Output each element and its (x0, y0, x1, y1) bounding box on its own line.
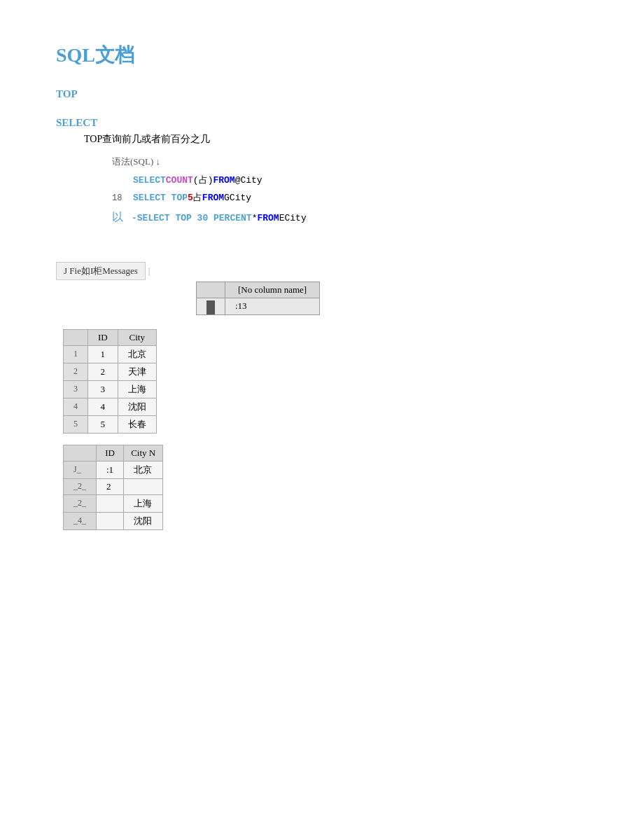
partial-rownum-2: _2_ (64, 478, 97, 494)
select-heading: SELECT (56, 117, 588, 129)
partial-id-4 (97, 512, 124, 529)
partial-id-2: 2 (97, 478, 124, 494)
kw-select-3: -SELECT TOP 30 PERCENT (132, 210, 252, 226)
kw-from-2: FROM (202, 190, 224, 206)
kw-select-1: SELECT (133, 172, 166, 188)
city-rownum-2: 2 (64, 363, 88, 380)
result-table: [No column name] :13 (196, 282, 320, 315)
line-num-2: 18 (112, 191, 129, 207)
partial-city-2 (124, 478, 163, 494)
kw-star: * (252, 210, 258, 226)
city-row-2: 2 2 天津 (64, 363, 157, 380)
partial-rownum-1: J_ (64, 461, 97, 478)
city-th-empty (64, 329, 88, 345)
city-rownum-5: 5 (64, 415, 88, 433)
kw-from-3: FROM (257, 210, 279, 226)
city-row-3: 3 3 上海 (64, 380, 157, 398)
partial-id-1: :1 (97, 461, 124, 478)
code-line-1: SELECT COUNT (占) FROM @City (112, 172, 588, 188)
city-name-4: 沈阳 (118, 398, 156, 415)
city-th-id: ID (88, 329, 118, 345)
partial-row-2: _2_ 2 (64, 478, 163, 494)
city-id-1: 1 (88, 345, 118, 363)
result-col-empty (197, 282, 225, 298)
code-line-3: 以 -SELECT TOP 30 PERCENT * FROM ECity (112, 208, 588, 228)
partial-city-3: 上海 (124, 494, 163, 512)
sub-description: 语法(SQL) ↓ (112, 155, 588, 168)
kw-table-1: @City (235, 172, 262, 188)
kw-table-3: ECity (279, 210, 307, 226)
kw-from-1: FROM (213, 172, 234, 188)
result-row-bar (197, 298, 225, 314)
partial-row-4: _4_ 沈阳 (64, 512, 163, 529)
tab-divider: | (148, 265, 150, 277)
city-name-1: 北京 (118, 345, 156, 363)
kw-text-2: 占 (193, 190, 202, 206)
city-row-1: 1 1 北京 (64, 345, 157, 363)
result-col-name: [No column name] (225, 282, 320, 298)
partial-th-city: City N (124, 445, 163, 461)
city-th-city: City (118, 329, 156, 345)
city-name-3: 上海 (118, 380, 156, 398)
city-name-2: 天津 (118, 363, 156, 380)
code-block: SELECT COUNT (占) FROM @City 18 SELECT TO… (112, 172, 588, 228)
partial-th-id: ID (97, 445, 124, 461)
tab-messages[interactable]: J Fie如I柜Messages (56, 262, 146, 280)
top-heading: TOP (56, 88, 588, 100)
description-line: TOP查询前几或者前百分之几 (84, 133, 588, 146)
result-row-1: :13 (197, 298, 320, 314)
city-table-wrapper: ID City 1 1 北京 2 2 天津 3 3 上海 4 4 (63, 329, 588, 434)
city-rownum-1: 1 (64, 345, 88, 363)
kw-count: COUNT (166, 172, 193, 188)
kw-table-2: GCity (224, 190, 251, 206)
city-id-3: 3 (88, 380, 118, 398)
result-table-wrapper: [No column name] :13 (196, 282, 588, 315)
partial-rownum-4: _4_ (64, 512, 97, 529)
line-num-3: 以 (112, 208, 129, 228)
partial-rownum-3: _2_ (64, 494, 97, 512)
kw-select-2: SELECT TOP (133, 190, 188, 206)
partial-table: ID City N J_ :1 北京 _2_ 2 _2_ 上海 _4_ (63, 445, 163, 530)
partial-id-3 (97, 494, 124, 512)
city-rownum-4: 4 (64, 398, 88, 415)
partial-city-4: 沈阳 (124, 512, 163, 529)
city-id-2: 2 (88, 363, 118, 380)
city-id-4: 4 (88, 398, 118, 415)
city-id-5: 5 (88, 415, 118, 433)
kw-text-1: (占) (193, 172, 214, 188)
city-name-5: 长春 (118, 415, 156, 433)
kw-num-5: 5 (188, 190, 193, 206)
city-row-5: 5 5 长春 (64, 415, 157, 433)
code-line-2: 18 SELECT TOP 5 占 FROM GCity (112, 190, 588, 207)
partial-row-3: _2_ 上海 (64, 494, 163, 512)
city-table: ID City 1 1 北京 2 2 天津 3 3 上海 4 4 (63, 329, 157, 434)
page-title: SQL文档 (56, 42, 588, 69)
city-rownum-3: 3 (64, 380, 88, 398)
partial-city-1: 北京 (124, 461, 163, 478)
partial-table-wrapper: ID City N J_ :1 北京 _2_ 2 _2_ 上海 _4_ (63, 445, 588, 530)
partial-th-empty (64, 445, 97, 461)
tabs-bar: J Fie如I柜Messages | (56, 262, 588, 280)
partial-row-1: J_ :1 北京 (64, 461, 163, 478)
result-cell-value: :13 (225, 298, 320, 314)
city-row-4: 4 4 沈阳 (64, 398, 157, 415)
